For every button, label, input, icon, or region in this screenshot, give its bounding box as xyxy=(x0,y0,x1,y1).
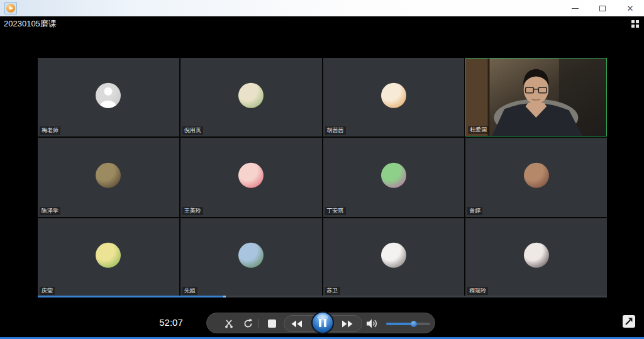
fast-forward-button[interactable] xyxy=(338,313,357,334)
volume-thumb[interactable] xyxy=(411,321,417,327)
stop-button[interactable] xyxy=(264,313,280,334)
maximize-button[interactable] xyxy=(589,0,616,16)
avatar xyxy=(238,243,264,268)
participant-tile: 梅老师 xyxy=(38,58,179,136)
clip-button[interactable] xyxy=(221,313,237,334)
grid-layout-icon[interactable] xyxy=(631,20,640,28)
avatar xyxy=(524,163,549,188)
participant-name: 胡茜茜 xyxy=(325,126,346,135)
speaker-icon xyxy=(367,319,378,328)
elapsed-time: 52:07 xyxy=(152,317,190,328)
window-controls: ✕ xyxy=(561,0,644,16)
pause-gloss xyxy=(317,314,328,320)
participant-tile-active-speaker: 杜爱国 xyxy=(465,58,607,136)
maximize-icon xyxy=(599,6,606,11)
participant-name: 庆莹 xyxy=(40,287,55,295)
live-video-feed xyxy=(466,58,606,136)
pop-out-icon xyxy=(624,316,634,326)
participant-name: 曾婷 xyxy=(467,207,482,215)
participant-name: 陈泽学 xyxy=(40,207,60,215)
participant-tile: 庆莹 xyxy=(38,218,179,297)
participant-tile: 先姐 xyxy=(180,218,322,297)
playback-control-bar xyxy=(206,313,435,333)
avatar xyxy=(381,243,406,268)
stop-icon xyxy=(268,320,276,328)
participant-tile: 程瑞玲 xyxy=(465,218,607,297)
title-bar: ✕ xyxy=(0,0,644,16)
participant-tile: 丁安琪 xyxy=(323,138,465,216)
rewind-icon xyxy=(291,320,303,328)
close-icon: ✕ xyxy=(627,4,634,13)
avatar xyxy=(238,82,264,108)
participant-tile: 倪用英 xyxy=(180,58,322,136)
participant-name: 倪用英 xyxy=(182,126,203,135)
fullscreen-button[interactable] xyxy=(623,315,635,328)
participant-name: 杜爱国 xyxy=(468,126,489,134)
avatar xyxy=(381,82,406,108)
rewind-button[interactable] xyxy=(287,313,306,334)
participant-name: 王美玲 xyxy=(182,207,203,215)
volume-slider[interactable] xyxy=(386,323,430,325)
avatar xyxy=(238,163,264,188)
participant-grid: 梅老师 倪用英 胡茜茜 xyxy=(38,58,607,297)
participant-name: 先姐 xyxy=(182,287,197,295)
seek-bar[interactable] xyxy=(38,296,607,297)
avatar xyxy=(96,82,121,108)
participant-name: 梅老师 xyxy=(40,126,60,135)
pause-button[interactable] xyxy=(311,311,334,334)
avatar xyxy=(96,243,121,268)
avatar xyxy=(381,163,406,188)
scissors-icon xyxy=(224,319,234,329)
minimize-button[interactable] xyxy=(561,0,589,16)
seekbar-fill xyxy=(38,296,226,297)
volume-button[interactable] xyxy=(364,313,380,334)
video-title: 20230105磨课 xyxy=(4,18,57,30)
minimize-icon xyxy=(572,8,579,9)
replay-button[interactable] xyxy=(240,313,256,334)
app-play-icon xyxy=(4,2,17,14)
volume-fill xyxy=(386,323,414,325)
participant-name: 程瑞玲 xyxy=(467,287,488,295)
participant-name: 丁安琪 xyxy=(325,207,346,215)
participant-tile: 苏卫 xyxy=(323,218,465,297)
avatar xyxy=(524,243,549,268)
controls-divider xyxy=(258,319,259,328)
fast-forward-icon xyxy=(341,320,353,328)
avatar xyxy=(96,163,121,188)
participant-tile: 曾婷 xyxy=(465,138,607,216)
participant-tile: 王美玲 xyxy=(180,138,322,216)
participant-tile: 陈泽学 xyxy=(38,138,179,216)
participant-name: 苏卫 xyxy=(325,287,340,295)
participant-tile: 胡茜茜 xyxy=(323,58,465,136)
player-window: ✕ 20230105磨课 梅老师 倪用英 胡茜茜 xyxy=(0,0,644,339)
close-button[interactable]: ✕ xyxy=(616,0,644,16)
replay-icon xyxy=(243,318,253,329)
